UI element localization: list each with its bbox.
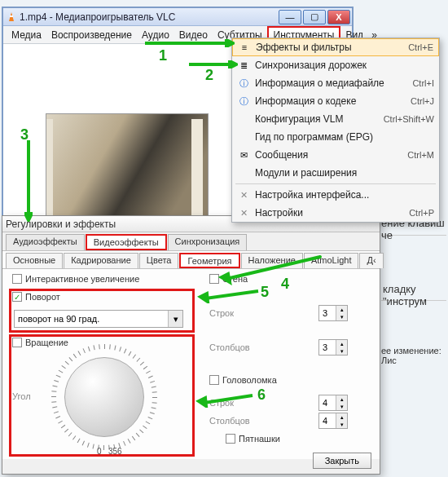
annotation-highlight bbox=[9, 334, 195, 457]
annotation-number-6: 6 bbox=[257, 386, 266, 404]
tiles-checkbox[interactable]: Пятнашки bbox=[226, 434, 280, 444]
menu-effects-filters[interactable]: ≡ Эффекты и фильтры Ctrl+E bbox=[232, 38, 439, 56]
vlc-cone-icon bbox=[7, 11, 16, 23]
cols-spinner[interactable]: 3▴▾ bbox=[318, 339, 348, 356]
menu-separator bbox=[235, 183, 436, 184]
rows-label: Строк bbox=[209, 308, 234, 318]
annotation-number-5: 5 bbox=[261, 284, 269, 301]
annotation-number-4: 4 bbox=[281, 276, 289, 293]
svg-marker-11 bbox=[200, 294, 208, 302]
close-button[interactable]: X bbox=[327, 10, 350, 24]
tab-synchronization[interactable]: Синхронизация bbox=[168, 234, 248, 250]
menu-plugins[interactable]: Модули и расширения bbox=[232, 164, 439, 182]
cols2-spinner[interactable]: 4▴▾ bbox=[318, 413, 348, 429]
svg-marker-7 bbox=[25, 214, 32, 220]
spinner-buttons-icon: ▴▾ bbox=[336, 306, 347, 320]
cols2-label: Столбцов bbox=[209, 416, 250, 426]
cols-label: Столбцов bbox=[209, 342, 250, 352]
menu-epg[interactable]: Гид по программам (EPG) bbox=[232, 128, 439, 146]
menu-media[interactable]: Медиа bbox=[7, 28, 46, 42]
annotation-number-3: 3 bbox=[20, 126, 29, 144]
blank-icon bbox=[237, 113, 250, 126]
window-title: 1.mp4 - Медиапроигрыватель VLC bbox=[20, 11, 279, 23]
effects-icon: ≡ bbox=[238, 41, 251, 54]
menu-track-sync[interactable]: ≣ Синхронизация дорожек bbox=[232, 56, 439, 74]
svg-line-12 bbox=[204, 395, 253, 403]
bg-text: кладку "инструм bbox=[383, 283, 448, 307]
tab-video-effects[interactable]: Видеоэффекты bbox=[86, 234, 167, 250]
menu-preferences[interactable]: ✕ Настройки Ctrl+P bbox=[232, 204, 439, 222]
annotation-highlight bbox=[9, 289, 195, 333]
tab-more[interactable]: Д‹ bbox=[359, 253, 383, 268]
tab-crop[interactable]: Кадрирование bbox=[64, 253, 138, 268]
tools-icon: ✕ bbox=[237, 188, 250, 201]
menu-customize-interface[interactable]: ✕ Настройка интерфейса... bbox=[232, 186, 439, 204]
puzzle-checkbox[interactable]: Головоломка bbox=[209, 375, 277, 385]
annotation-arrow bbox=[218, 253, 324, 285]
effects-tabs-main: Аудиоэффекты Видеоэффекты Синхронизация bbox=[2, 232, 380, 250]
titlebar: 1.mp4 - Медиапроигрыватель VLC — ▢ X bbox=[3, 8, 352, 26]
spinner-buttons-icon: ▴▾ bbox=[336, 413, 347, 428]
spinner-buttons-icon: ▴▾ bbox=[336, 395, 347, 410]
svg-marker-5 bbox=[230, 61, 236, 68]
annotation-arrow bbox=[195, 391, 257, 408]
bg-text: ее изменение: Лис bbox=[381, 346, 448, 365]
svg-line-10 bbox=[205, 291, 258, 298]
rows-spinner[interactable]: 3▴▾ bbox=[318, 305, 348, 321]
rows2-spinner[interactable]: 4▴▾ bbox=[318, 395, 348, 411]
blank-icon bbox=[237, 130, 250, 144]
menu-codec-info[interactable]: ⓘ Информация о кодеке Ctrl+J bbox=[232, 92, 439, 110]
checkbox-icon bbox=[226, 434, 235, 444]
message-icon: ✉ bbox=[237, 148, 250, 161]
annotation-number-2: 2 bbox=[205, 67, 213, 84]
menu-playback[interactable]: Воспроизведение bbox=[46, 28, 137, 42]
annotation-arrow bbox=[24, 140, 33, 222]
blank-icon bbox=[237, 166, 250, 179]
svg-marker-9 bbox=[222, 274, 230, 282]
minimize-button[interactable]: — bbox=[279, 10, 301, 24]
checkbox-icon bbox=[12, 274, 22, 284]
tools-dropdown: ≡ Эффекты и фильтры Ctrl+E ≣ Синхронизац… bbox=[231, 38, 440, 223]
sync-icon: ≣ bbox=[237, 59, 250, 72]
video-frame bbox=[46, 113, 209, 232]
info-icon: ⓘ bbox=[237, 95, 250, 108]
tab-basic[interactable]: Основные bbox=[6, 253, 63, 268]
menu-vlm-config[interactable]: Конфигурация VLM Ctrl+Shift+W bbox=[232, 110, 439, 128]
annotation-arrow bbox=[145, 39, 235, 47]
svg-rect-1 bbox=[10, 15, 13, 17]
svg-marker-3 bbox=[226, 40, 233, 46]
menu-media-info[interactable]: ⓘ Информация о медиафайле Ctrl+I bbox=[232, 74, 439, 92]
svg-marker-13 bbox=[199, 398, 206, 406]
maximize-button[interactable]: ▢ bbox=[303, 10, 326, 24]
spinner-buttons-icon: ▴▾ bbox=[336, 340, 347, 355]
info-icon: ⓘ bbox=[237, 77, 250, 90]
annotation-number-1: 1 bbox=[159, 47, 167, 64]
tab-audio-effects[interactable]: Аудиоэффекты bbox=[6, 234, 85, 250]
geometry-panel: Интерактивное увеличение ✓ Поворот повор… bbox=[2, 268, 380, 459]
tab-colors[interactable]: Цвета bbox=[139, 253, 179, 268]
svg-line-8 bbox=[226, 257, 320, 279]
tools-icon: ✕ bbox=[237, 206, 250, 219]
checkbox-icon bbox=[209, 375, 219, 385]
close-button[interactable]: Закрыть bbox=[313, 453, 371, 469]
menu-messages[interactable]: ✉ Сообщения Ctrl+M bbox=[232, 146, 439, 164]
annotation-arrow bbox=[197, 287, 262, 303]
interactive-zoom-checkbox[interactable]: Интерактивное увеличение bbox=[12, 274, 139, 284]
